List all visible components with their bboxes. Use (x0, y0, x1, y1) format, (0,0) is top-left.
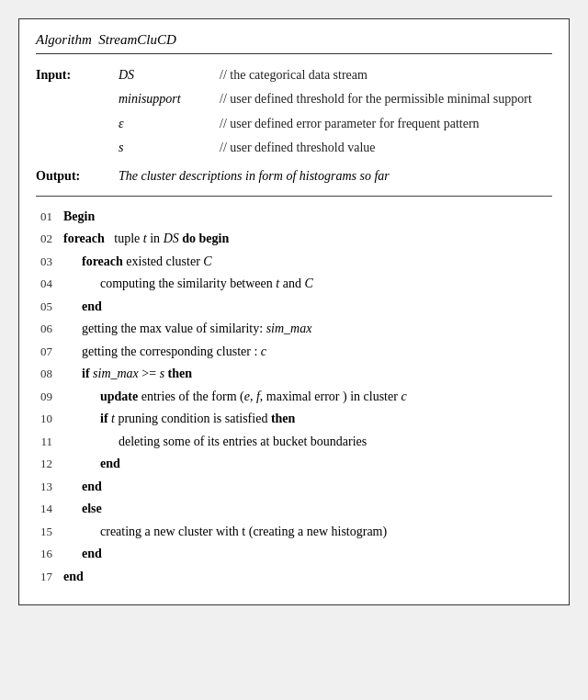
code-line: 07getting the corresponding cluster : c (36, 341, 552, 364)
input-minisupport-row: minisupport // user defined threshold fo… (36, 89, 552, 109)
line-number: 12 (36, 454, 63, 475)
code-line: 01Begin (36, 206, 552, 229)
output-label: Output: (36, 166, 119, 186)
input-section: Input: DS // the categorical data stream… (36, 65, 552, 159)
comment-epsilon: // user defined error parameter for freq… (220, 114, 480, 134)
code-section: 01Begin02foreach tuple t in DS do begin0… (36, 206, 552, 589)
code-line: 14else (36, 498, 552, 521)
line-content: foreach existed cluster C (63, 251, 552, 274)
code-line: 15creating a new cluster with t (creatin… (36, 521, 552, 544)
input-epsilon-row: ε // user defined error parameter for fr… (36, 114, 552, 134)
code-line: 09update entries of the form (e, f, maxi… (36, 386, 552, 409)
algorithm-name: StreamCluCD (98, 32, 175, 47)
line-content: Begin (63, 206, 552, 229)
code-line: 10if t pruning condition is satisfied th… (36, 408, 552, 431)
input-label-row: Input: DS // the categorical data stream (36, 65, 552, 85)
code-line: 12end (36, 453, 552, 476)
line-content: end (63, 296, 552, 319)
code-line: 04computing the similarity between t and… (36, 273, 552, 296)
line-number: 08 (36, 364, 63, 385)
divider (36, 196, 552, 197)
line-content: else (63, 498, 552, 521)
line-content: end (63, 543, 552, 566)
line-content: foreach tuple t in DS do begin (63, 228, 552, 251)
code-line: 05end (36, 296, 552, 319)
line-number: 16 (36, 544, 63, 565)
code-line: 08if sim_max >= s then (36, 363, 552, 386)
line-content: computing the similarity between t and C (63, 273, 552, 296)
code-line: 03foreach existed cluster C (36, 251, 552, 274)
line-number: 10 (36, 409, 63, 430)
code-line: 11deleting some of its entries at bucket… (36, 431, 552, 454)
line-number: 07 (36, 342, 63, 363)
line-content: if sim_max >= s then (63, 363, 552, 386)
line-content: getting the max value of similarity: sim… (63, 318, 552, 341)
param-s: s (119, 138, 220, 158)
line-number: 14 (36, 499, 63, 520)
line-content: if t pruning condition is satisfied then (63, 408, 552, 431)
param-epsilon: ε (119, 114, 220, 134)
line-number: 06 (36, 319, 63, 340)
comment-s: // user defined threshold value (220, 138, 376, 158)
line-number: 11 (36, 432, 63, 453)
line-content: end (63, 566, 552, 589)
line-content: update entries of the form (e, f, maxima… (63, 386, 552, 409)
algorithm-title: Algorithm StreamCluCD (36, 32, 552, 54)
comment-ds: // the categorical data stream (220, 65, 368, 85)
line-number: 17 (36, 567, 63, 588)
line-number: 01 (36, 207, 63, 228)
line-number: 02 (36, 229, 63, 250)
code-line: 16end (36, 543, 552, 566)
line-number: 15 (36, 522, 63, 543)
line-content: deleting some of its entries at bucket b… (63, 431, 552, 454)
input-label: Input: (36, 65, 119, 85)
param-ds: DS (119, 65, 220, 85)
output-text: The cluster descriptions in form of hist… (119, 166, 390, 186)
line-number: 05 (36, 297, 63, 318)
line-content: getting the corresponding cluster : c (63, 341, 552, 364)
line-number: 13 (36, 477, 63, 498)
line-content: creating a new cluster with t (creating … (63, 521, 552, 544)
line-number: 09 (36, 387, 63, 408)
comment-minisupport: // user defined threshold for the permis… (220, 89, 532, 109)
line-content: end (63, 453, 552, 476)
code-line: 02foreach tuple t in DS do begin (36, 228, 552, 251)
output-row: Output: The cluster descriptions in form… (36, 166, 552, 186)
code-line: 06getting the max value of similarity: s… (36, 318, 552, 341)
input-s-row: s // user defined threshold value (36, 138, 552, 158)
code-line: 17end (36, 566, 552, 589)
algorithm-keyword: Algorithm (36, 32, 92, 47)
line-content: end (63, 476, 552, 499)
line-number: 04 (36, 274, 63, 295)
code-line: 13end (36, 476, 552, 499)
line-number: 03 (36, 252, 63, 273)
param-minisupport: minisupport (119, 89, 220, 109)
algorithm-box: Algorithm StreamCluCD Input: DS // the c… (18, 18, 570, 605)
